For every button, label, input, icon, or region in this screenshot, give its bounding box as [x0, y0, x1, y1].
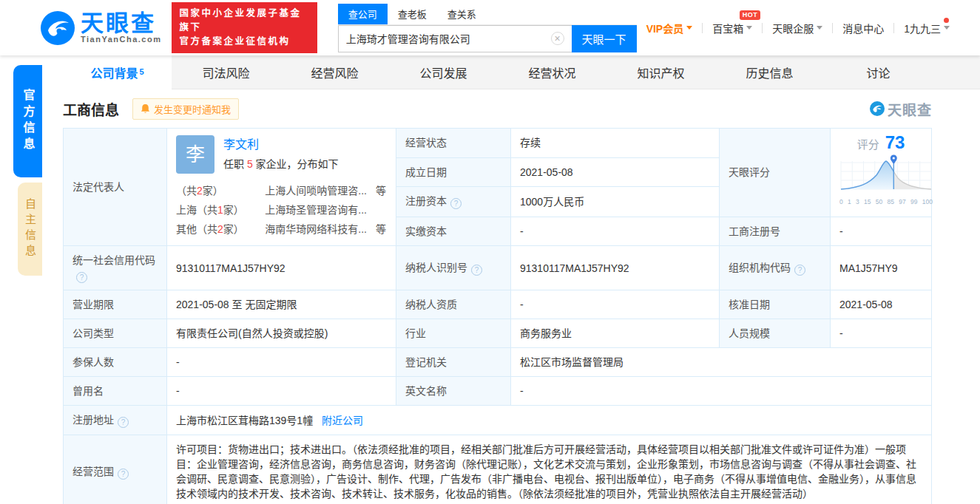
established-label: 成立日期	[396, 157, 511, 187]
reg-capital-label: 注册资本	[396, 187, 511, 217]
former-name-value: -	[167, 377, 396, 406]
help-icon[interactable]	[118, 417, 129, 428]
reg-no-value: -	[831, 217, 932, 245]
help-icon[interactable]	[794, 265, 805, 276]
distribution-row: （共2家） 上海人间唢呐管理咨...等	[176, 181, 387, 200]
tab-label: 公司背景	[90, 64, 138, 81]
score-marker-pin	[891, 155, 897, 165]
help-icon[interactable]	[471, 265, 482, 276]
sidetab-official-info[interactable]: 官方信息	[13, 65, 42, 177]
distribution-row: 上海（共1家） 上海琦圣管理咨询有...	[176, 200, 387, 219]
paid-capital-value: -	[511, 217, 720, 245]
treasure-label: 百宝箱	[712, 21, 743, 35]
sidetab-self-info[interactable]: 自主信息	[18, 183, 42, 276]
score-label: 天眼评分	[720, 129, 831, 217]
help-icon[interactable]	[76, 272, 87, 283]
search-area: 查公司 查老板 查关系 天眼一下	[338, 4, 637, 52]
term-label: 营业期限	[64, 290, 167, 319]
nearby-companies-link[interactable]: 附近公司	[322, 415, 363, 426]
nav-message-center[interactable]: 消息中心	[833, 21, 893, 35]
reg-capital-value: 1000万人民币	[511, 187, 720, 217]
tab-operation-status[interactable]: 经营状况	[498, 55, 606, 89]
tab-label: 知识产权	[637, 64, 684, 81]
industry-label: 行业	[396, 319, 511, 348]
notification-dot	[944, 18, 949, 23]
address-label: 注册地址	[64, 406, 167, 435]
status-label: 经营状态	[396, 129, 511, 158]
axis-tick: 50	[876, 194, 882, 209]
address-value: 上海市松江区茸梅路139号1幢 附近公司	[167, 406, 932, 435]
region-post: 家）	[223, 223, 244, 235]
tianyancha-watermark-icon	[870, 101, 885, 116]
credit-code-label: 统一社会信用代码	[64, 246, 167, 290]
chevron-down-icon	[817, 26, 822, 30]
table-row: 公司类型 有限责任公司(自然人投资或控股) 行业 商务服务业 人员规模 -	[64, 319, 932, 348]
axis-tick: 3	[856, 194, 859, 209]
region-count: 2	[197, 185, 203, 197]
score-value: 73	[885, 135, 905, 150]
scope-value: 许可项目：货物进出口；技术进出口。（依法须经批准的项目，经相关部门批准后方可开展…	[167, 435, 932, 504]
section-header: 工商信息 发生变更时通知我 天眼查	[63, 89, 932, 128]
search-tab-company[interactable]: 查公司	[338, 4, 388, 24]
search-button[interactable]: 天眼一下	[572, 25, 637, 52]
tab-operation-risk[interactable]: 经营风险	[280, 55, 389, 89]
distribution-row: 其他（共2家） 海南华琦网络科技有...等	[176, 219, 387, 239]
logo-title: 天眼查	[81, 13, 161, 35]
region-count: 1	[217, 204, 223, 216]
insured-value: -	[167, 348, 396, 377]
company-name: 上海琦圣管理咨询有...	[265, 200, 367, 219]
approval-date-value: 2021-05-08	[831, 290, 932, 319]
established-value: 2021-05-08	[511, 157, 720, 187]
tab-label: 司法风险	[202, 64, 249, 81]
tab-intellectual-property[interactable]: 知识产权	[606, 55, 715, 89]
tianyancha-logo-icon	[41, 11, 75, 45]
bell-icon	[141, 103, 150, 114]
nav-user-menu[interactable]: 1九九三	[894, 21, 959, 35]
table-row: 统一社会信用代码 91310117MA1J57HY92 纳税人识别号 91310…	[64, 246, 932, 290]
legal-rep-label: 法定代表人	[64, 129, 167, 246]
axis-tick: 100	[922, 194, 933, 209]
table-row: 营业期限 2021-05-08 至 无固定期限 纳税人资质 - 核准日期 202…	[64, 290, 932, 319]
help-icon[interactable]	[118, 469, 129, 480]
axis-tick: 1	[848, 194, 851, 209]
axis-tick: 85	[888, 194, 894, 209]
tenure-text: 家企业，分布如下	[253, 158, 339, 170]
table-row: 注册地址 上海市松江区茸梅路139号1幢 附近公司	[64, 406, 932, 435]
hot-badge: HOT	[740, 10, 761, 20]
tab-label: 讨论	[866, 64, 890, 81]
status-value: 存续	[511, 129, 720, 158]
region-text: （共2家）	[176, 181, 223, 200]
legal-rep-name-link[interactable]: 李文利	[223, 138, 259, 151]
chevron-down-icon	[944, 26, 950, 30]
clear-search-icon[interactable]	[551, 32, 564, 45]
legal-rep-info: 李文利 任职 5 家企业，分布如下	[223, 137, 339, 171]
tianyancha-logo[interactable]: 天眼查 TianYanCha.com	[41, 11, 161, 45]
logo-text: 天眼查 TianYanCha.com	[81, 13, 161, 44]
notify-on-change-button[interactable]: 发生变更时通知我	[132, 98, 239, 120]
credit-code-value: 91310117MA1J57HY92	[167, 246, 396, 290]
label-text: 统一社会信用代码	[72, 254, 155, 266]
search-input[interactable]	[339, 33, 551, 44]
table-row: 参保人数 - 登记机关 松江区市场监督管理局	[64, 348, 932, 377]
search-tab-boss[interactable]: 查老板	[388, 4, 437, 24]
tab-company-background[interactable]: 公司背景 5	[63, 55, 172, 89]
nav-enterprise-service[interactable]: 天眼企服	[763, 21, 832, 35]
help-icon[interactable]	[450, 198, 462, 209]
badge-line-1: 国家中小企业发展子基金旗下	[179, 7, 309, 35]
table-row: 经营范围 许可项目：货物进出口；技术进出口。（依法须经批准的项目，经相关部门批准…	[64, 435, 932, 504]
nav-treasure-box[interactable]: HOT 百宝箱	[703, 21, 762, 35]
tab-count-badge: 5	[139, 68, 143, 76]
search-box	[338, 25, 572, 52]
legal-rep-avatar[interactable]: 李	[176, 135, 214, 174]
search-tabs: 查公司 查老板 查关系	[338, 4, 637, 25]
english-name-value: -	[511, 377, 932, 406]
search-tab-relation[interactable]: 查关系	[437, 4, 487, 24]
tab-history-info[interactable]: 历史信息	[715, 55, 824, 89]
tab-discussion[interactable]: 讨论	[824, 55, 933, 89]
approval-date-label: 核准日期	[720, 290, 831, 319]
tab-judicial-risk[interactable]: 司法风险	[172, 55, 280, 89]
tab-company-development[interactable]: 公司发展	[389, 55, 498, 89]
score-distribution-chart	[839, 154, 933, 194]
nav-vip-member[interactable]: VIP会员	[637, 21, 703, 35]
tianyancha-watermark: 天眼查	[870, 99, 932, 119]
